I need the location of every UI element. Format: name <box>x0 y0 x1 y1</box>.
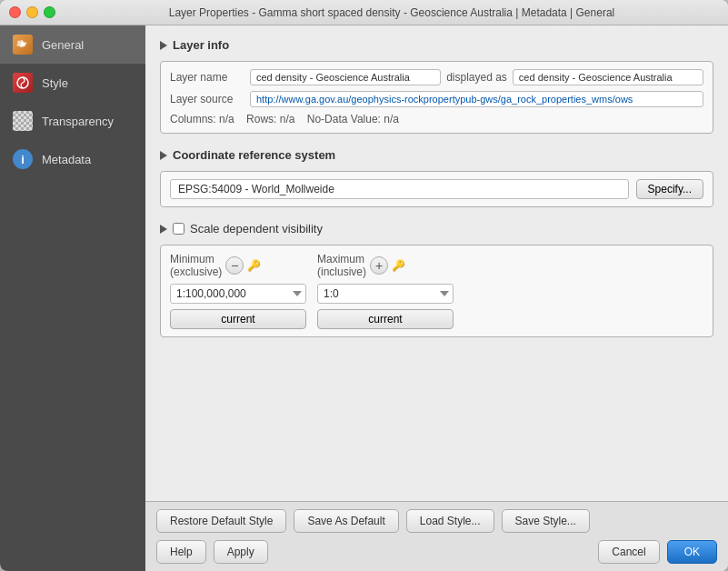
maximum-label: Maximum (inclusive) <box>317 253 366 278</box>
section-arrow-crs[interactable] <box>160 151 167 160</box>
sidebar-general-label: General <box>42 38 84 52</box>
info-icon: i <box>13 149 33 169</box>
close-button[interactable] <box>9 6 21 18</box>
title-bar: Layer Properties - Gamma short spaced de… <box>0 0 728 25</box>
current-min-button[interactable]: current <box>170 309 306 329</box>
sidebar: General Style Transparency <box>0 25 145 571</box>
scale-row: Minimum (exclusive) − 🔑 1:100,000,000 cu… <box>170 253 703 329</box>
crs-value: EPSG:54009 - World_Mollweide <box>170 179 629 199</box>
scale-checkbox-label[interactable]: Scale dependent visibility <box>173 222 323 235</box>
section-arrow-scale[interactable] <box>160 225 167 234</box>
crs-section-header: Coordinate reference system <box>160 148 713 162</box>
minimum-label: Minimum (exclusive) <box>170 253 222 278</box>
load-style-button[interactable]: Load Style... <box>406 509 494 533</box>
layer-info-box: Layer name ced density - Geoscience Aust… <box>160 61 713 134</box>
ok-button[interactable]: OK <box>667 540 717 564</box>
current-max-button[interactable]: current <box>317 309 454 329</box>
columns-row: Columns: n/a Rows: n/a No-Data Value: n/… <box>170 113 703 125</box>
sidebar-style-label: Style <box>42 76 68 90</box>
layer-name-value: ced density - Geoscience Australia <box>250 69 441 85</box>
minimum-select[interactable]: 1:100,000,000 <box>170 284 306 304</box>
scale-box: Minimum (exclusive) − 🔑 1:100,000,000 cu… <box>160 245 713 337</box>
minimum-group: Minimum (exclusive) − 🔑 1:100,000,000 cu… <box>170 253 306 329</box>
panel-content: Layer info Layer name ced density - Geos… <box>145 25 728 501</box>
sidebar-item-general[interactable]: General <box>0 25 145 64</box>
style-buttons-row: Restore Default Style Save As Default Lo… <box>156 509 717 533</box>
save-as-default-button[interactable]: Save As Default <box>294 509 398 533</box>
sidebar-item-metadata[interactable]: i Metadata <box>0 140 145 178</box>
action-buttons-row: Help Apply Cancel OK <box>156 540 717 564</box>
crs-title: Coordinate reference system <box>173 148 335 162</box>
window-title: Layer Properties - Gamma short spaced de… <box>65 6 719 19</box>
key-icon-min: 🔑 <box>247 259 261 272</box>
layer-name-row: Layer name ced density - Geoscience Aust… <box>170 69 703 85</box>
displayed-as-value: ced density - Geoscience Australia <box>513 69 703 85</box>
maximize-button[interactable] <box>44 6 55 18</box>
specify-button[interactable]: Specify... <box>636 179 703 199</box>
apply-button[interactable]: Apply <box>214 540 268 564</box>
crs-box: EPSG:54009 - World_Mollweide Specify... <box>160 171 713 207</box>
layer-info-section-header: Layer info <box>160 38 713 52</box>
scale-checkbox[interactable] <box>173 223 184 235</box>
layer-properties-window: Layer Properties - Gamma short spaced de… <box>0 0 728 571</box>
layer-info-title: Layer info <box>173 38 229 52</box>
minimize-button[interactable] <box>26 6 38 18</box>
style-icon <box>13 73 33 93</box>
save-style-button[interactable]: Save Style... <box>502 509 590 533</box>
layer-source-row: Layer source http://www.ga.gov.au/geophy… <box>170 91 703 107</box>
displayed-as-label: displayed as <box>446 71 507 84</box>
cancel-button[interactable]: Cancel <box>598 540 659 564</box>
plus-button[interactable]: + <box>370 256 388 275</box>
layer-name-label: Layer name <box>170 71 243 84</box>
maximum-select[interactable]: 1:0 <box>317 284 454 304</box>
layer-source-label: Layer source <box>170 93 243 105</box>
traffic-lights <box>9 6 55 18</box>
sidebar-transparency-label: Transparency <box>42 115 114 128</box>
minus-button[interactable]: − <box>225 256 244 275</box>
gear-icon <box>13 35 33 55</box>
scale-label: Scale dependent visibility <box>190 222 323 235</box>
key-icon-max: 🔑 <box>392 259 405 272</box>
sidebar-metadata-label: Metadata <box>42 153 91 166</box>
scale-section-header: Scale dependent visibility <box>160 222 713 235</box>
restore-default-style-button[interactable]: Restore Default Style <box>156 509 286 533</box>
help-button[interactable]: Help <box>156 540 206 564</box>
columns-info: Columns: n/a Rows: n/a No-Data Value: n/… <box>170 113 399 125</box>
sidebar-item-transparency[interactable]: Transparency <box>0 102 145 140</box>
main-panel: Layer info Layer name ced density - Geos… <box>145 25 728 571</box>
maximum-group: Maximum (inclusive) + 🔑 1:0 current <box>317 253 454 329</box>
bottom-bar: Restore Default Style Save As Default Lo… <box>145 501 728 571</box>
section-arrow-layer-info[interactable] <box>160 41 167 50</box>
transparency-icon <box>13 111 33 131</box>
sidebar-item-style[interactable]: Style <box>0 64 145 102</box>
layer-source-value: http://www.ga.gov.au/geophysics-rockprop… <box>250 91 703 107</box>
